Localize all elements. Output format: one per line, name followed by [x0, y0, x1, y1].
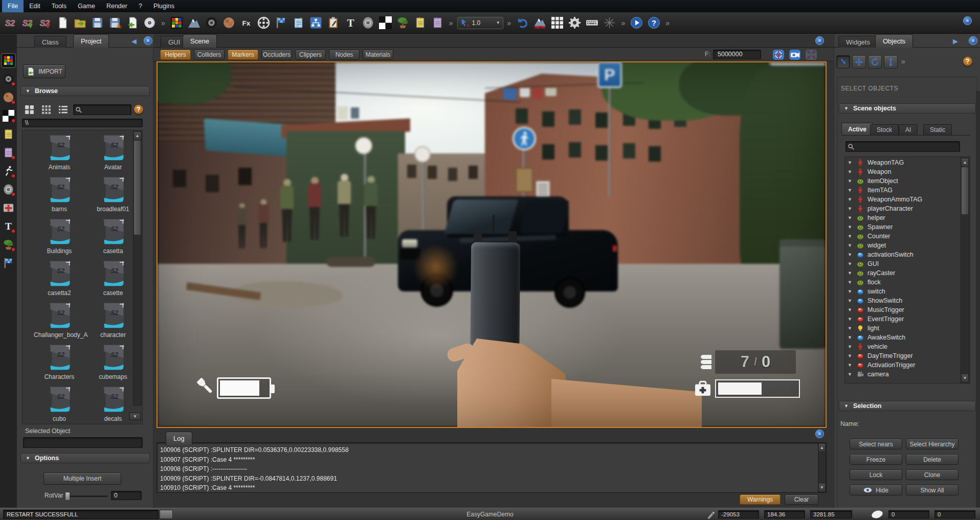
tab-objects-ai[interactable]: AI: [899, 124, 918, 135]
expand-triangle-icon[interactable]: ▼: [848, 261, 853, 266]
tab-objects-static[interactable]: Static: [923, 124, 952, 135]
folder-cubo[interactable]: S2cubo: [34, 386, 85, 422]
move-tool-button[interactable]: [852, 55, 866, 69]
note-purple-icon[interactable]: [2, 146, 15, 160]
center-tabs-icon[interactable]: ×: [815, 36, 824, 45]
scroll-down-icon[interactable]: ▼: [129, 413, 141, 420]
log-content[interactable]: 100906 (SCRIPT) :SPLINTER DIR=0.0536376,…: [157, 442, 827, 493]
menu-item-game[interactable]: Game: [72, 0, 101, 12]
import-button[interactable]: IMPORT: [23, 64, 65, 78]
flag-icon[interactable]: [2, 256, 15, 270]
tire-icon[interactable]: [204, 15, 219, 30]
gear-icon[interactable]: [567, 15, 582, 30]
tab-center-scene[interactable]: Scene: [183, 34, 217, 48]
expand-triangle-icon[interactable]: ▼: [848, 243, 853, 248]
fx-icon[interactable]: Fx: [239, 15, 254, 30]
object-row-weaponammotag[interactable]: ▼WeaponAmmoTAG: [845, 195, 970, 204]
expand-triangle-icon[interactable]: ▼: [848, 215, 853, 220]
object-row-light[interactable]: ▼light: [845, 324, 970, 333]
folder-cubemaps[interactable]: S2cubemaps: [87, 344, 139, 380]
lock-button[interactable]: Lock: [850, 469, 902, 480]
folder-import-icon[interactable]: [73, 15, 87, 30]
play-icon[interactable]: [629, 15, 644, 30]
expand-triangle-icon[interactable]: ▼: [848, 234, 853, 239]
keyboard-icon[interactable]: [585, 15, 599, 30]
toolbar-overflow-chevron[interactable]: »: [160, 19, 167, 27]
doc-new-icon[interactable]: [55, 15, 70, 30]
show-all-button[interactable]: Show All: [906, 485, 959, 495]
cd-icon[interactable]: [142, 15, 157, 30]
object-row-widget[interactable]: ▼widget: [845, 241, 970, 250]
tab-left-class[interactable]: Class: [34, 36, 66, 48]
expand-triangle-icon[interactable]: ▼: [848, 252, 853, 257]
expand-triangle-icon[interactable]: ▼: [848, 326, 853, 331]
object-row-awakeswitch[interactable]: ▼AwakeSwitch: [845, 333, 970, 342]
object-row-activationtrigger[interactable]: ▼ActivationTrigger: [845, 360, 970, 370]
scale-tool-button[interactable]: [884, 55, 898, 69]
folder-barns[interactable]: S2barns: [34, 176, 85, 213]
tab-right-objects[interactable]: Objects: [875, 34, 913, 48]
object-row-gui[interactable]: ▼GUI: [845, 259, 970, 268]
panel-collapse-left-icon[interactable]: ◀: [131, 37, 137, 45]
folder-avatar[interactable]: S2Avatar: [87, 134, 139, 171]
object-row-itemobject[interactable]: ▼itemObject: [845, 176, 970, 186]
folder-buildings[interactable]: S2Buildings: [34, 218, 85, 255]
folder-scrollbar[interactable]: ▲: [133, 131, 142, 405]
rotvar-slider-thumb[interactable]: [65, 492, 70, 501]
box-cross-icon[interactable]: [2, 201, 15, 215]
rotvar-slider[interactable]: [66, 495, 108, 498]
flag-icon[interactable]: [274, 15, 288, 30]
select-cursor-button[interactable]: [836, 55, 850, 69]
view-small-icons-button[interactable]: [40, 103, 52, 116]
delete-button[interactable]: Delete: [906, 454, 959, 465]
mountain-icon[interactable]: [187, 15, 202, 30]
expand-triangle-icon[interactable]: ▼: [848, 280, 853, 285]
object-row-playercharacter[interactable]: ▼playerCharacter: [845, 204, 970, 213]
note-yellow-icon[interactable]: [413, 15, 428, 30]
scene-objects-header[interactable]: ▼ Scene objects: [839, 103, 976, 114]
browse-help-icon[interactable]: ?: [134, 105, 143, 114]
object-row-camera[interactable]: ▼camera: [845, 370, 970, 379]
expand-triangle-icon[interactable]: ▼: [848, 169, 853, 174]
viewport-maximize-icon[interactable]: [805, 49, 819, 61]
expand-triangle-icon[interactable]: ▼: [848, 353, 853, 358]
expand-triangle-icon[interactable]: ▼: [848, 372, 853, 377]
scroll-up-icon[interactable]: ▲: [819, 444, 825, 451]
toolbar-overflow-chevron[interactable]: »: [664, 19, 671, 27]
note-yellow-icon[interactable]: [2, 127, 15, 141]
clipboard-icon[interactable]: [326, 15, 341, 30]
doc-import-icon[interactable]: [125, 15, 140, 30]
speaker-icon[interactable]: [2, 183, 15, 196]
save-icon[interactable]: [90, 15, 105, 30]
folder-challanger-body-a[interactable]: S2Challanger_body_A: [34, 302, 85, 338]
object-row-showswitch[interactable]: ▼ShowSwitch: [845, 296, 970, 305]
object-row-activationswitch[interactable]: ▼activationSwitch: [845, 250, 970, 259]
rotvar-value-input[interactable]: 0: [111, 491, 142, 500]
selection-section-header[interactable]: ▼ Selection: [839, 401, 976, 411]
planet-icon[interactable]: [221, 15, 236, 30]
menu-item-plugins[interactable]: Plugins: [148, 0, 180, 12]
tab-right-widgets[interactable]: Widgets: [838, 36, 878, 48]
speaker-icon[interactable]: [361, 15, 375, 30]
right-panel-close-icon[interactable]: ×: [969, 36, 977, 45]
object-row-weapon[interactable]: ▼Weapon: [845, 167, 970, 176]
log-panel-icon[interactable]: ×: [815, 429, 824, 438]
view-large-icons-button[interactable]: [23, 103, 35, 116]
object-row-daytimetrigger[interactable]: ▼DayTimeTrigger: [845, 351, 970, 360]
toolbar-overflow-chevron[interactable]: »: [619, 19, 627, 27]
clear-button[interactable]: Clear: [785, 494, 818, 505]
scroll-down-icon[interactable]: ▼: [819, 484, 825, 491]
object-row-itemtag[interactable]: ▼ItemTAG: [845, 186, 970, 195]
menu-item-help[interactable]: ?: [133, 0, 148, 12]
object-row-musictrigger[interactable]: ▼MusicTrigger: [845, 305, 970, 314]
expand-triangle-icon[interactable]: ▼: [848, 363, 853, 368]
toolbar-corner-icon[interactable]: ×: [963, 16, 972, 25]
notes-icon[interactable]: [291, 15, 306, 30]
save-as-icon[interactable]: As: [107, 15, 122, 30]
expand-triangle-icon[interactable]: ▼: [848, 178, 853, 184]
rubiks-cube-icon[interactable]: [169, 15, 184, 30]
menu-item-file[interactable]: File: [2, 0, 24, 12]
expand-triangle-icon[interactable]: ▼: [848, 270, 853, 276]
object-search-input[interactable]: [845, 141, 960, 152]
mountain-new-icon[interactable]: NEW: [532, 15, 547, 30]
